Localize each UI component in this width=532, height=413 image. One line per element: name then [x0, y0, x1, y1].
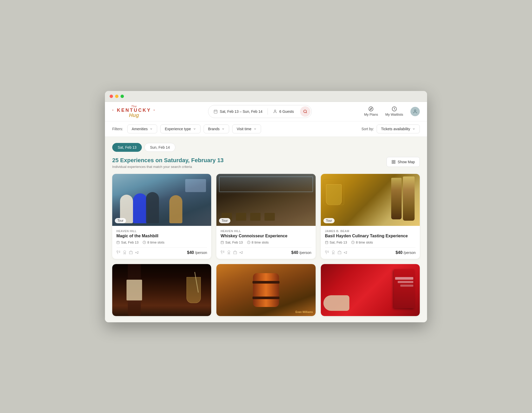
- logo[interactable]: The · KENTUCKY · Hug: [112, 105, 156, 118]
- sort-area: Sort by: Tickets availability: [361, 124, 420, 133]
- card-brand-3: JAMES B. BEAM: [325, 230, 416, 233]
- svg-rect-23: [221, 241, 224, 244]
- experience-type-filter[interactable]: Experience type: [160, 124, 200, 133]
- card-evan-williams[interactable]: [112, 264, 211, 316]
- filters-bar: Filters: Amenities Experience type Brand…: [105, 121, 427, 137]
- visit-time-filter-label: Visit time: [237, 127, 251, 131]
- card-date-text-1: Sat, Feb 13: [121, 240, 138, 244]
- card-image-3: [321, 174, 420, 226]
- card-price-1: $40 /person: [187, 250, 207, 255]
- brands-filter-label: Brands: [208, 127, 220, 131]
- clock-icon-2: [247, 241, 250, 244]
- card-title-1: Magic of the Mashbill: [116, 234, 207, 238]
- badge-icon-2: [227, 250, 231, 255]
- card-price-unit-2: /person: [299, 251, 311, 255]
- search-bar: Sat, Feb 13 – Sun, Feb 14 6 Guests: [208, 105, 312, 118]
- maximize-button[interactable]: [121, 95, 124, 98]
- card-body-3: JAMES B. BEAM Basil Hayden Culinary Tast…: [321, 226, 420, 259]
- tour-badge-1: Tour: [115, 218, 126, 223]
- card-meta-3: Sat, Feb 13 8 time slots: [325, 240, 416, 244]
- logo-dots-right: ·: [154, 108, 156, 113]
- minimize-button[interactable]: [115, 95, 118, 98]
- amenities-filter[interactable]: Amenities: [127, 124, 157, 133]
- main-content: Sat, Feb 13 Sun, Feb 14 25 Experiences o…: [105, 137, 427, 322]
- avatar[interactable]: [410, 107, 420, 116]
- search-date[interactable]: Sat, Feb 13 – Sun, Feb 14: [208, 107, 268, 116]
- my-waitlists-link[interactable]: My Waitlists: [385, 106, 403, 116]
- award-icon-3: [331, 250, 335, 254]
- compass-icon: [368, 106, 374, 112]
- svg-rect-15: [117, 241, 119, 244]
- sort-button[interactable]: Tickets availability: [377, 124, 420, 133]
- svg-rect-22: [129, 252, 132, 254]
- svg-rect-38: [338, 252, 341, 254]
- utensils-icon-2: [221, 250, 225, 255]
- show-map-button[interactable]: Show Map: [387, 157, 420, 167]
- card-amenities-1: +2: [116, 250, 139, 255]
- calendar-icon-2: [221, 241, 224, 244]
- chevron-down-icon: [150, 127, 153, 130]
- warehouse-icon-3: [337, 250, 342, 254]
- more-amenities-1: +2: [135, 251, 139, 254]
- date-tab-sun[interactable]: Sun, Feb 14: [144, 143, 175, 152]
- results-title: 25 Experiences on Saturday, February 13: [112, 157, 224, 164]
- search-button[interactable]: [300, 106, 310, 117]
- filters-label: Filters:: [112, 127, 123, 131]
- card-meta-2: Sat, Feb 13 8 time slots: [221, 240, 311, 244]
- chevron-down-icon-2: [193, 127, 196, 130]
- my-waitlists-label: My Waitlists: [385, 113, 403, 116]
- nav-right: My Plans My Waitlists: [364, 106, 420, 116]
- results-header: 25 Experiences on Saturday, February 13 …: [112, 157, 420, 169]
- svg-rect-11: [392, 160, 393, 162]
- warehouse-icon: [129, 250, 133, 254]
- award-icon: [123, 250, 127, 254]
- calendar-icon-1: [116, 241, 120, 244]
- my-plans-link[interactable]: My Plans: [364, 106, 378, 116]
- card-whiskey-connoisseur[interactable]: Tour HEAVEN HILL Whiskey Connoisseur Exp…: [216, 174, 315, 259]
- card-body-2: HEAVEN HILL Whiskey Connoisseur Experien…: [216, 226, 315, 259]
- experience-type-filter-label: Experience type: [165, 127, 191, 131]
- card-elijah-craig[interactable]: [321, 264, 420, 316]
- brands-filter[interactable]: Brands: [204, 124, 229, 133]
- card-brand-1: HEAVEN HILL: [116, 230, 207, 233]
- card-slots-1: 8 time slots: [143, 240, 164, 244]
- card-barrel[interactable]: Evan Williams: [216, 264, 315, 316]
- results-info: 25 Experiences on Saturday, February 13 …: [112, 157, 224, 169]
- card-date-2: Sat, Feb 13: [221, 240, 243, 244]
- date-range-text: Sat, Feb 13 – Sun, Feb 14: [220, 109, 262, 114]
- date-tab-sat[interactable]: Sat, Feb 13: [112, 143, 142, 152]
- card-price-unit-3: /person: [403, 251, 416, 255]
- map-grid-icon: [391, 160, 396, 164]
- title-bar: [105, 91, 427, 102]
- card-image-container-2: Tour: [216, 174, 315, 226]
- search-guests[interactable]: 6 Guests: [268, 107, 299, 116]
- search-icon: [303, 109, 307, 114]
- fork-knife-icon-3: [325, 250, 329, 254]
- building-icon-1: [129, 250, 133, 255]
- date-tab-sat-label: Sat, Feb 13: [118, 145, 136, 149]
- chevron-down-sort-icon: [412, 127, 415, 130]
- card-date-text-3: Sat, Feb 13: [330, 240, 347, 244]
- svg-point-4: [275, 110, 276, 111]
- chevron-down-icon-4: [254, 127, 257, 130]
- card-magic-mashbill[interactable]: Tour HEAVEN HILL Magic of the Mashbill: [112, 174, 211, 259]
- card-image-container-3: Tour: [321, 174, 420, 226]
- cards-grid: Tour HEAVEN HILL Magic of the Mashbill: [112, 174, 420, 316]
- card-amenities-3: +2: [325, 250, 347, 255]
- card-image-5: Evan Williams: [216, 264, 315, 316]
- card-slots-2: 8 time slots: [247, 240, 269, 244]
- svg-point-29: [228, 251, 230, 253]
- utensils-icon-1: [116, 250, 121, 255]
- tour-badge-2: Tour: [219, 218, 230, 223]
- warehouse-icon-2: [233, 250, 237, 254]
- guests-text: 6 Guests: [279, 109, 294, 114]
- results-date: Saturday, February 13: [164, 157, 223, 163]
- card-image-container-1: Tour: [112, 174, 211, 226]
- card-basil-hayden[interactable]: Tour JAMES B. BEAM Basil Hayden Culinary…: [321, 174, 420, 259]
- calendar-icon: [214, 109, 218, 114]
- amenities-filter-label: Amenities: [132, 127, 148, 131]
- card-date-3: Sat, Feb 13: [325, 240, 347, 244]
- close-button[interactable]: [110, 95, 113, 98]
- visit-time-filter[interactable]: Visit time: [232, 124, 261, 133]
- building-icon-3: [337, 250, 342, 255]
